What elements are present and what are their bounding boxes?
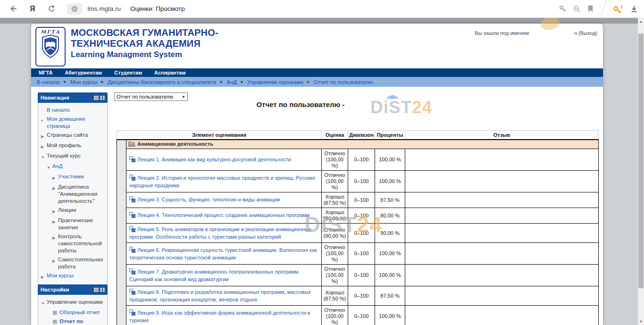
breadcrumb-link[interactable]: Дисциплины бакалавриата и специалитета xyxy=(108,79,217,85)
back-icon[interactable] xyxy=(8,4,17,13)
triangle-expanded-icon[interactable]: ▼ xyxy=(41,152,47,161)
grade-item-link[interactable]: Лекция 4. Технологический процесс создан… xyxy=(137,212,309,218)
range-cell: 0–100 xyxy=(348,224,375,243)
grade-percent: (100,00 %) xyxy=(323,178,347,191)
breadcrumb-link[interactable]: В начало xyxy=(37,79,60,85)
triangle-collapsed-icon[interactable]: ▶ xyxy=(41,272,47,281)
zoom-icon[interactable] xyxy=(573,5,581,13)
sidebar-item-label[interactable]: Отчет по пользователю xyxy=(59,318,105,325)
breadcrumb-link[interactable]: Управление оценками xyxy=(247,79,303,85)
triangle-collapsed-icon[interactable]: ▶ xyxy=(52,256,58,270)
range-cell: 0–100 xyxy=(348,286,375,306)
item-cell: Лекция 9. Игра как эффективная форма ани… xyxy=(126,306,322,325)
collapse-block-icon[interactable] xyxy=(94,96,99,100)
grade-item-link[interactable]: Лекция 6. Рекреационная сущность туристс… xyxy=(129,247,317,260)
grade-word: Отлично xyxy=(323,150,347,157)
triangle-collapsed-icon[interactable]: ▶ xyxy=(52,173,58,182)
grade-cell: Отлично(100,00 %) xyxy=(322,306,348,325)
bookmark-icon[interactable] xyxy=(587,5,594,13)
grade-item-link[interactable]: Лекция 9. Игра как эффективная форма ани… xyxy=(129,310,310,323)
grade-item-link[interactable]: Лекция 7. Драматургия анимационно-театра… xyxy=(129,269,300,282)
percent-cell: 90,00 % xyxy=(375,224,405,243)
sidebar-item-link: ▼АнД xyxy=(47,163,105,171)
sidebar-item-label[interactable]: Моя домашняя страница xyxy=(47,116,105,130)
grade-cell: Отлично(100,00 %) xyxy=(322,265,348,286)
password-alert-icon[interactable]: ! xyxy=(612,5,624,13)
triangle-collapsed-icon[interactable]: ▶ xyxy=(52,207,58,215)
refresh-icon[interactable] xyxy=(48,5,56,13)
key-icon[interactable] xyxy=(559,5,567,13)
dock-block-icon[interactable] xyxy=(100,288,105,292)
grade-cell: Отлично(100,00 %) xyxy=(322,171,348,192)
triangle-collapsed-icon[interactable]: ▶ xyxy=(41,142,47,150)
scroll-thumb[interactable] xyxy=(638,33,644,288)
triangle-collapsed-icon[interactable]: ▶ xyxy=(52,183,58,205)
sidebar-item-label: Страницы сайта xyxy=(47,132,88,140)
category-name: Анимационная деятельность xyxy=(137,141,213,147)
wifi-arcs-icon xyxy=(386,90,399,101)
yandex-icon[interactable]: Я xyxy=(30,5,35,13)
sidebar-item-branch: ▶Контроль самостоятельной работы xyxy=(52,233,105,254)
breadcrumb-separator: ► xyxy=(100,80,104,84)
triangle-collapsed-icon[interactable]: ▶ xyxy=(52,233,58,254)
range-cell: 0–100 xyxy=(348,265,375,286)
lesson-icon xyxy=(129,247,135,254)
address-page-title[interactable]: Оценки: Просмотр xyxy=(130,5,185,12)
grade-cell: Отлично(100,00 %) xyxy=(322,243,348,265)
toolbar-right: ! xyxy=(559,0,638,17)
nav-item[interactable]: МГТА xyxy=(39,70,52,75)
breadcrumb-link[interactable]: Мои курсы xyxy=(70,79,97,85)
svg-text:!: ! xyxy=(620,5,622,9)
primary-nav: МГТААбитуриентамСтудентамАспирантам xyxy=(31,68,603,77)
triangle-expanded-icon[interactable]: ▼ xyxy=(41,299,47,307)
category-row: Анимационная деятельность xyxy=(117,140,599,149)
nav-item[interactable]: Студентам xyxy=(114,70,142,75)
grade-cell: Хорошо(87,50 %) xyxy=(322,192,348,208)
breadcrumb-separator: ► xyxy=(240,80,244,84)
grade-cell: Хорошо(87,50 %) xyxy=(322,286,348,306)
site-globe-icon[interactable] xyxy=(67,3,82,15)
triangle-expanded-icon[interactable]: ▼ xyxy=(47,163,52,171)
scroll-up-icon[interactable]: ▲ xyxy=(638,20,644,23)
grade-item-link[interactable]: Лекция 3. Сущность, функция, типология и… xyxy=(137,197,280,202)
range-cell: 0–100 xyxy=(348,243,375,265)
sidebar-item-label[interactable]: АнД xyxy=(52,163,63,171)
address-url[interactable]: lms.mgta.ru xyxy=(88,5,121,12)
browser-toolbar: Я lms.mgta.ru Оценки: Просмотр ! xyxy=(0,0,644,18)
triangle-collapsed-icon[interactable]: ▶ xyxy=(52,217,58,231)
breadcrumb-link[interactable]: АнД xyxy=(226,79,237,85)
scrollbar[interactable]: ▲ ▼ xyxy=(638,18,644,325)
sidebar-item-label[interactable]: Мои курсы xyxy=(47,272,74,281)
nav-item[interactable]: Абитуриентам xyxy=(65,70,102,75)
triangle-collapsed-icon[interactable]: ▶ xyxy=(41,132,47,140)
range-cell: 0–100 xyxy=(348,306,375,325)
report-type-select[interactable]: Отчет по пользователю ▼ xyxy=(114,92,188,101)
sidebar-item-label[interactable]: Обзорный отчет xyxy=(59,309,100,316)
download-icon[interactable] xyxy=(630,5,638,13)
feedback-cell xyxy=(405,265,599,286)
site-logo[interactable]: МГТА xyxy=(35,27,66,67)
breadcrumb-link[interactable]: Отчет по пользователю xyxy=(314,79,373,85)
dock-block-icon[interactable] xyxy=(100,96,105,100)
site-title: МОСКОВСКАЯ ГУМАНИТАРНО- ТЕХНИЧЕСКАЯ АКАД… xyxy=(71,27,218,60)
table-row: Лекция 8. Подготовка и разработка анимац… xyxy=(117,286,599,306)
grade-item-link[interactable]: Лекция 5. Роль аниматоров в организации … xyxy=(129,226,311,240)
grade-item-link[interactable]: Лекция 1. Анимация как вид культурно-дос… xyxy=(137,157,291,162)
settings-block-header: Настройки xyxy=(38,284,108,295)
category-cell: Анимационная деятельность xyxy=(126,140,599,149)
grade-item-link[interactable]: Лекция 8. Подготовка и разработка анимац… xyxy=(129,289,311,302)
shield-emblem-icon xyxy=(41,52,60,60)
sidebar-item-label[interactable]: В начало xyxy=(47,107,70,114)
nav-item[interactable]: Аспирантам xyxy=(154,70,185,75)
logout-link[interactable]: ч (Выход) xyxy=(574,30,597,36)
column-header: Отзыв xyxy=(405,131,599,140)
collapse-block-icon[interactable] xyxy=(94,288,99,292)
percent-cell: 80,00 % xyxy=(375,208,405,224)
scroll-down-icon[interactable]: ▼ xyxy=(638,320,644,323)
grade-item-link[interactable]: Лекция 2. История и хронология массовых … xyxy=(129,175,315,188)
sidebar-item-link: ▦Отчет по пользователю xyxy=(47,318,105,325)
indent-strip xyxy=(117,140,126,325)
sidebar-item-label[interactable]: Участники xyxy=(58,173,84,182)
feedback-cell xyxy=(405,306,599,325)
breadcrumb-separator: ► xyxy=(307,80,310,84)
